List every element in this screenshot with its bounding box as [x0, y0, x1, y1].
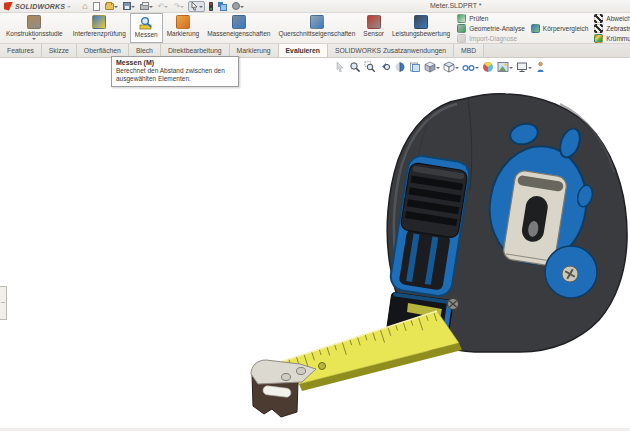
housing-screw	[448, 299, 459, 310]
drawing-view-figure-icon	[535, 61, 546, 73]
view-settings-button[interactable]	[516, 61, 532, 73]
undo-icon: ↶	[158, 1, 165, 12]
edit-appearance-button[interactable]	[482, 61, 494, 73]
monitor-icon	[516, 61, 528, 73]
display-style-button[interactable]	[443, 61, 459, 73]
3d-drawing-view-button[interactable]	[535, 61, 546, 73]
redo-icon: ↷	[173, 1, 180, 12]
analysis-stack-1: Abweichungsanalyse Zebrastreifen Krümmun…	[591, 13, 630, 43]
select-arrow-icon	[190, 1, 199, 11]
button-kruemmung[interactable]: Krümmung	[594, 34, 630, 43]
button-sensor[interactable]: Sensor	[359, 13, 388, 43]
design-study-icon	[27, 15, 41, 29]
tab-mbd[interactable]: MBD	[454, 44, 484, 57]
button-import-diagnose: Import-Diagnose	[457, 34, 525, 43]
view-orientation-button[interactable]	[424, 61, 440, 73]
tape-rivet	[319, 363, 326, 370]
deviation-analysis-icon	[594, 14, 603, 23]
undo-button[interactable]: ↶	[157, 1, 170, 12]
markup-icon	[176, 15, 190, 29]
button-pruefen[interactable]: Prüfen	[457, 14, 525, 23]
zoom-area-button[interactable]	[364, 61, 376, 73]
logo-expand-icon[interactable]	[67, 6, 71, 10]
button-markierung[interactable]: Markierung	[163, 13, 204, 43]
feature-tree-collapsed-handle[interactable]	[0, 286, 7, 320]
button-konstruktionsstudie[interactable]: Konstruktionsstudie	[2, 13, 67, 43]
display-style-icon	[443, 61, 455, 73]
tab-skizze[interactable]: Skizze	[42, 44, 77, 57]
solidworks-logo-text: SOLIDWORKS	[15, 3, 65, 10]
print-icon	[140, 4, 149, 10]
body-compare-icon	[531, 24, 540, 33]
new-document-button[interactable]	[92, 1, 101, 12]
section-view-button[interactable]	[394, 61, 406, 73]
tab-features[interactable]: Features	[0, 44, 42, 57]
performance-evaluation-icon	[414, 15, 428, 29]
select-arrow-tool[interactable]	[335, 61, 346, 73]
annotation-views-icon	[409, 61, 421, 73]
tab-evaluieren[interactable]: Evaluieren	[279, 44, 328, 57]
zebra-stripes-icon	[594, 24, 603, 33]
body-compare-group: Körpervergleich	[528, 13, 592, 43]
hide-show-items-button[interactable]	[462, 61, 479, 73]
select-tool-button[interactable]	[188, 1, 205, 12]
save-icon	[123, 2, 131, 10]
messen-tooltip: Messen (M) Berechnet den Abstand zwische…	[111, 56, 239, 87]
viewport[interactable]	[0, 58, 630, 431]
button-messen[interactable]: Messen	[130, 13, 163, 43]
flyout-caret-icon[interactable]	[32, 38, 36, 42]
button-zebrastreifen[interactable]: Zebrastreifen	[594, 24, 630, 33]
button-abweichungsanalyse[interactable]: Abweichungsanalyse	[594, 14, 630, 23]
options-blocks-button[interactable]	[217, 1, 228, 12]
button-leistungsbewertung[interactable]: Leistungsbewertung	[388, 13, 454, 43]
zoom-area-icon	[364, 61, 376, 73]
tab-solidworks-zusatzanwendungen[interactable]: SOLIDWORKS Zusatzanwendungen	[328, 44, 454, 57]
appearance-ball-icon	[482, 61, 494, 73]
document-title: Meter.SLDPRT *	[430, 2, 482, 9]
mass-properties-icon	[232, 15, 246, 29]
apply-scene-button[interactable]	[497, 61, 513, 73]
select-arrow-icon	[335, 61, 346, 73]
button-masseneigenschaften[interactable]: Masseneigenschaften	[203, 13, 274, 43]
tape-measure-model[interactable]	[0, 58, 630, 431]
side-disc	[545, 246, 597, 298]
previous-view-button[interactable]	[379, 61, 391, 73]
scene-icon	[497, 61, 509, 73]
home-button[interactable]: ⌂	[81, 1, 88, 12]
view-orientation-cube-icon	[424, 61, 436, 73]
curvature-icon	[594, 34, 603, 43]
annotation-views-button[interactable]	[409, 61, 421, 73]
sensor-icon	[367, 15, 381, 29]
button-interferenzpruefung[interactable]: Interferenzprüfung	[69, 13, 130, 43]
new-document-icon	[93, 2, 100, 11]
previous-view-icon	[379, 61, 391, 73]
section-view-icon	[394, 61, 406, 73]
tooltip-title: Messen (M)	[116, 59, 234, 66]
button-querschnittseigenschaften[interactable]: Querschnittseigenschaften	[274, 13, 359, 43]
section-properties-icon	[310, 15, 324, 29]
button-geometrie-analyse[interactable]: Geometrie-Analyse	[457, 24, 525, 33]
command-manager-tabs: Features Skizze Oberflächen Blech Direkt…	[0, 44, 630, 58]
measure-icon	[139, 16, 153, 30]
save-button[interactable]	[122, 1, 136, 12]
quick-access-toolbar: ⌂ ↶ ↷	[81, 1, 245, 12]
rebuild-stoplight-icon	[209, 2, 213, 11]
command-manager: Konstruktionsstudie Interferenzprüfung M…	[0, 13, 630, 44]
check-tools-stack: Prüfen Geometrie-Analyse Import-Diagnose	[454, 13, 528, 43]
title-bar: SOLIDWORKS ⌂ ↶ ↷ Meter.SLDPRT *	[0, 0, 630, 13]
button-koerpervergleich[interactable]: Körpervergleich	[531, 24, 589, 33]
tooltip-body: Berechnet den Abstand zwischen den ausge…	[116, 67, 234, 83]
rebuild-button[interactable]	[208, 1, 214, 12]
redo-button[interactable]: ↷	[172, 1, 185, 12]
settings-gear-icon	[232, 2, 240, 10]
open-button[interactable]	[104, 1, 119, 12]
print-button[interactable]	[139, 1, 154, 12]
heads-up-toolbar	[335, 61, 546, 73]
options-blocks-icon	[218, 2, 227, 11]
zoom-fit-button[interactable]	[349, 61, 361, 73]
home-icon: ⌂	[82, 1, 87, 12]
settings-button[interactable]	[231, 1, 245, 12]
interference-check-icon	[92, 15, 106, 29]
solidworks-logo: SOLIDWORKS	[4, 2, 71, 11]
open-folder-icon	[105, 3, 114, 10]
